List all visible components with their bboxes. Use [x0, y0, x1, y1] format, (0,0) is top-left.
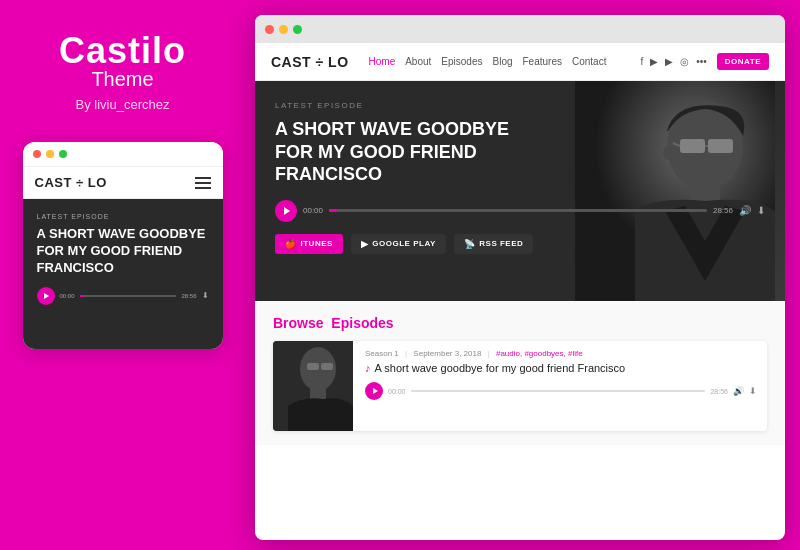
episode-download-icon[interactable]: ⬇ — [749, 386, 757, 396]
browse-title: Browse Episodes — [273, 315, 767, 331]
mobile-episode-title: A SHORT WAVE GOODBYE FOR MY GOOD FRIEND … — [37, 226, 209, 277]
nav-social-icons: f ▶ ▶ ◎ ••• — [641, 56, 707, 67]
mobile-card: CAST ÷ LO LATEST EPISODE A SHORT WAVE GO… — [23, 142, 223, 349]
episode-progress-bar[interactable] — [411, 390, 706, 392]
thumb-illustration — [273, 341, 353, 431]
episode-meta: Season 1 | September 3, 2018 | #audio, #… — [365, 349, 757, 358]
episode-date: September 3, 2018 — [413, 349, 481, 358]
mobile-player: 00:00 28:56 ⬇ — [37, 287, 209, 305]
hero-progress-bar[interactable] — [329, 209, 707, 212]
mobile-nav: CAST ÷ LO — [23, 166, 223, 199]
mobile-titlebar — [23, 142, 223, 166]
browse-heading-accent: Episodes — [331, 315, 393, 331]
rss-label: RSS FEED — [479, 239, 523, 248]
episode-player: 00:00 28:56 🔊 ⬇ — [365, 382, 757, 400]
hero-latest-label: LATEST EPISODE — [275, 101, 765, 110]
google-play-button[interactable]: ▶ GOOGLE PLAY — [351, 234, 446, 254]
left-panel: Castilo Theme By liviu_cerchez CAST ÷ LO… — [0, 0, 245, 550]
apple-icon: 🍎 — [285, 239, 297, 249]
mobile-time-start: 00:00 — [60, 293, 75, 299]
music-note-icon: ♪ — [365, 362, 371, 374]
mobile-progress-bar[interactable] — [80, 295, 177, 297]
site-hero: LATEST EPISODE A SHORT WAVE GOODBYE FOR … — [255, 81, 785, 301]
episode-tags: #audio, #goodbyes, #life — [496, 349, 583, 358]
more-icon[interactable]: ••• — [696, 56, 707, 67]
episode-volume-icon[interactable]: 🔊 — [733, 386, 744, 396]
download-icon[interactable]: ⬇ — [757, 205, 765, 216]
brand-author: By liviu_cerchez — [59, 97, 186, 112]
nav-link-contact[interactable]: Contact — [572, 56, 606, 67]
nav-link-about[interactable]: About — [405, 56, 431, 67]
rss-icon: 📡 — [464, 239, 476, 249]
mobile-play-button[interactable] — [37, 287, 55, 305]
dot-green — [59, 150, 67, 158]
browser-dot-green — [293, 25, 302, 34]
episode-time-start: 00:00 — [388, 388, 406, 395]
itunes-label: ITUNES — [301, 239, 333, 248]
browser-dot-yellow — [279, 25, 288, 34]
hero-play-button[interactable] — [275, 200, 297, 222]
dot-yellow — [46, 150, 54, 158]
browse-heading: Browse — [273, 315, 324, 331]
itunes-button[interactable]: 🍎 ITUNES — [275, 234, 343, 254]
browser-titlebar — [255, 15, 785, 43]
play-circle-icon[interactable]: ▶ — [650, 56, 658, 67]
browser-mockup: CAST ÷ LO Home About Episodes Blog Featu… — [255, 15, 785, 540]
site-logo: CAST ÷ LO — [271, 54, 349, 70]
episode-info: Season 1 | September 3, 2018 | #audio, #… — [365, 341, 767, 431]
mobile-logo: CAST ÷ LO — [35, 175, 107, 190]
rss-feed-button[interactable]: 📡 RSS FEED — [454, 234, 534, 254]
hero-content: LATEST EPISODE A SHORT WAVE GOODBYE FOR … — [275, 101, 765, 254]
meta-separator-2: | — [488, 349, 490, 358]
nav-link-blog[interactable]: Blog — [492, 56, 512, 67]
episode-action-icons: 🔊 ⬇ — [733, 386, 757, 396]
dot-red — [33, 150, 41, 158]
episode-card: Season 1 | September 3, 2018 | #audio, #… — [273, 341, 767, 431]
google-play-icon: ▶ — [361, 239, 369, 249]
nav-link-home[interactable]: Home — [369, 56, 396, 67]
nav-link-features[interactable]: Features — [523, 56, 562, 67]
donate-button[interactable]: DONATE — [717, 53, 769, 70]
brand-title: Castilo — [59, 30, 186, 72]
svg-rect-10 — [310, 387, 326, 399]
browser-dot-red — [265, 25, 274, 34]
youtube-icon[interactable]: ▶ — [665, 56, 673, 67]
left-branding: Castilo Theme By liviu_cerchez — [59, 30, 186, 112]
site-nav: CAST ÷ LO Home About Episodes Blog Featu… — [255, 43, 785, 81]
svg-rect-11 — [307, 363, 319, 370]
volume-icon[interactable]: 🔊 — [739, 205, 751, 216]
mobile-time-end: 28:56 — [181, 293, 196, 299]
episode-play-button[interactable] — [365, 382, 383, 400]
nav-links: Home About Episodes Blog Features Contac… — [369, 56, 641, 67]
episode-title-text: A short wave goodbye for my good friend … — [375, 362, 626, 374]
facebook-icon[interactable]: f — [641, 56, 644, 67]
mobile-download-icon[interactable]: ⬇ — [202, 291, 209, 300]
google-play-label: GOOGLE PLAY — [372, 239, 435, 248]
hero-time-start: 00:00 — [303, 206, 323, 215]
nav-link-episodes[interactable]: Episodes — [441, 56, 482, 67]
hero-time-end: 28:56 — [713, 206, 733, 215]
mobile-latest-label: LATEST EPISODE — [37, 213, 209, 220]
hero-episode-title: A SHORT WAVE GOODBYE FOR MY GOOD FRIEND … — [275, 118, 525, 186]
hero-action-buttons: 🍎 ITUNES ▶ GOOGLE PLAY 📡 RSS FEED — [275, 234, 765, 254]
svg-rect-12 — [321, 363, 333, 370]
hamburger-menu[interactable] — [195, 177, 211, 189]
episode-name: ♪ A short wave goodbye for my good frien… — [365, 362, 757, 374]
spotify-icon[interactable]: ◎ — [680, 56, 689, 67]
episode-time-end: 28:56 — [710, 388, 728, 395]
browse-section: Browse Episodes Season 1 | September 3, — [255, 301, 785, 445]
meta-separator-1: | — [405, 349, 407, 358]
hero-player: 00:00 28:56 🔊 ⬇ — [275, 200, 765, 222]
episode-thumbnail — [273, 341, 353, 431]
episode-season: Season 1 — [365, 349, 399, 358]
mobile-hero: LATEST EPISODE A SHORT WAVE GOODBYE FOR … — [23, 199, 223, 349]
